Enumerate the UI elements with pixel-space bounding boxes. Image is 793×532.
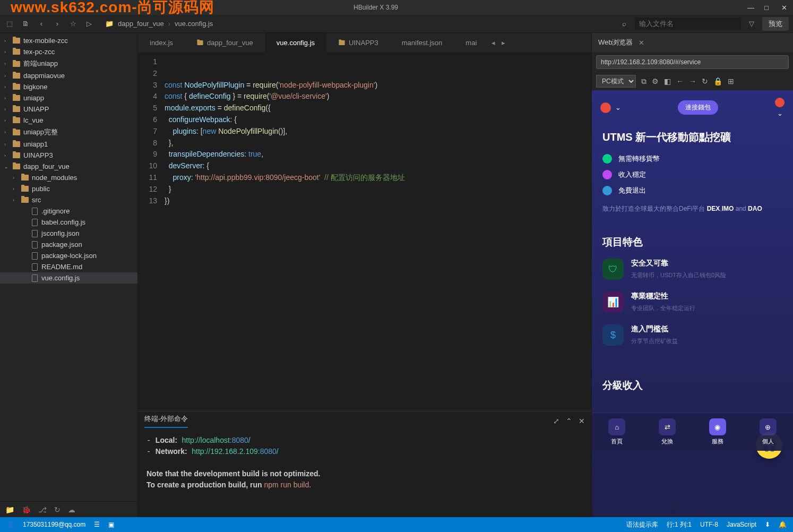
new-window-icon[interactable]: ⧉ [641,77,647,86]
terminal-output[interactable]: - Local: http://localhost:8080/ - Networ… [138,431,591,517]
tree-item[interactable]: ›前端uniapp [0,57,137,70]
breadcrumb-folder[interactable]: dapp_four_vue [118,20,164,28]
preview-viewport[interactable]: ⌄ 連接錢包 ⌄ UTMS 新一代移動節點挖礦 無需轉移貨幣 收入穩定 免費退出… [592,90,793,517]
branch-icon[interactable]: ⎇ [38,505,47,514]
nav-service[interactable]: ◉服務 [709,418,726,445]
tree-item[interactable]: ›bigkone [0,81,137,92]
reload-icon[interactable]: ↻ [702,77,708,85]
nav-exchange[interactable]: ⇄兌換 [659,418,676,445]
status-user[interactable]: 1735031199@qq.com [23,521,85,528]
browser-tab-label[interactable]: Web浏览器 [598,38,633,47]
flag-icon[interactable] [775,98,785,107]
folder-icon: 📁 [105,20,114,28]
app-title: HBuilder X 3.99 [4,4,747,11]
status-syntax[interactable]: 语法提示库 [626,520,658,529]
titlebar: HBuilder X 3.99 — □ ✕ [0,0,793,15]
profile-icon: ⊕ [760,418,777,435]
tree-item[interactable]: ›uniapp完整 [0,126,137,139]
back-icon[interactable]: ‹ [36,19,47,29]
filter-icon[interactable]: ▽ [746,19,757,29]
editor-tab[interactable]: manifest.json [390,33,454,52]
terminal-expand-icon[interactable]: ⤢ [553,417,559,425]
terminal-panel: 终端-外部命令 ⤢ ⌃ ✕ - Local: http://localhost:… [138,411,591,517]
tree-item[interactable]: ⌄dapp_four_vue [0,161,137,172]
bug-icon[interactable]: 🐞 [22,505,31,514]
exchange-icon: ⇄ [659,418,676,435]
nav-back-icon[interactable]: ← [676,77,684,85]
tree-item[interactable]: ›dappmiaovue [0,70,137,81]
tree-item[interactable]: package.json [0,239,137,250]
file-search-input[interactable] [635,18,741,30]
bell-icon[interactable]: 🔔 [779,521,787,528]
dot-icon [602,170,612,179]
tree-item[interactable]: ›node_modules [0,172,137,183]
tree-item[interactable]: ›tex-mobile-zcc [0,35,137,46]
token-icon[interactable] [600,102,611,113]
tree-item[interactable]: .gitignore [0,205,137,217]
terminal-close-icon[interactable]: ✕ [579,417,585,425]
chevron-down-icon[interactable]: ⌄ [615,104,621,111]
settings-icon[interactable]: ⚙ [652,77,659,85]
hero-title: UTMS 新一代移動節點挖礦 [602,130,782,144]
tree-item[interactable]: ›uniapp [0,92,137,104]
grid-icon[interactable]: ⊞ [728,77,734,85]
tab-prev-icon[interactable]: ◂ [488,39,498,47]
preview-button[interactable]: 预览 [762,17,789,31]
forward-icon[interactable]: › [52,19,63,29]
editor-tab[interactable]: index.js [138,33,185,52]
connect-wallet-button[interactable]: 連接錢包 [678,100,718,115]
maximize-button[interactable]: □ [764,4,772,11]
tree-item[interactable]: ›uniapp1 [0,139,137,150]
breadcrumb-file[interactable]: vue.config.js [175,20,213,28]
status-position[interactable]: 行:1 列:1 [667,520,692,529]
nav-forward-icon[interactable]: → [689,77,696,85]
tree-item[interactable]: ›UNIAPP [0,104,137,115]
url-input[interactable] [596,55,789,69]
run-icon[interactable]: ▷ [84,19,94,29]
devtools-icon[interactable]: ◧ [664,77,671,85]
tree-item[interactable]: ›public [0,183,137,194]
tree-item[interactable]: jsconfig.json [0,228,137,239]
terminal-title[interactable]: 终端-外部命令 [144,414,188,428]
tree-item[interactable]: README.md [0,261,137,272]
tree-item[interactable]: ›lc_vue [0,115,137,126]
toolbar: ⬚ 🗎 ‹ › ☆ ▷ 📁 dapp_four_vue › vue.config… [0,15,793,33]
statusbar: 👤 1735031199@qq.com ☰ ▣ 语法提示库 行:1 列:1 UT… [0,517,793,532]
editor-tab[interactable]: UINAPP3 [326,33,390,52]
terminal-up-icon[interactable]: ⌃ [566,417,572,425]
terminal-icon[interactable]: ▣ [108,521,114,528]
explorer-icon[interactable]: 📁 [5,505,14,514]
search-icon[interactable]: ⌕ [619,19,630,29]
list-icon[interactable]: ☰ [94,521,100,528]
code-editor[interactable]: 12345678910111213 const NodePolyfillPlug… [138,52,591,411]
status-language[interactable]: JavaScript [727,521,756,528]
tree-item[interactable]: ›tex-pc-zcc [0,46,137,57]
layout-icon[interactable]: ⬚ [4,19,15,29]
lock-icon[interactable]: 🔒 [713,77,722,85]
code-content[interactable]: const NodePolyfillPlugin = require('node… [165,52,405,411]
dot-icon [602,186,612,195]
tree-item[interactable]: babel.config.js [0,217,137,228]
browser-tab-close-icon[interactable]: ✕ [639,39,644,47]
nav-profile[interactable]: ⊕個人 [760,418,777,445]
editor-tab[interactable]: dapp_four_vue [185,33,265,52]
close-button[interactable]: ✕ [781,4,789,11]
tab-next-icon[interactable]: ▸ [498,39,508,47]
star-icon[interactable]: ☆ [68,19,79,29]
tree-item[interactable]: package-lock.json [0,250,137,261]
status-encoding[interactable]: UTF-8 [700,521,718,528]
editor-tab[interactable]: vue.config.js [265,33,326,52]
tree-item[interactable]: vue.config.js [0,272,137,284]
tree-item[interactable]: ›UINAPP3 [0,150,137,161]
download-icon[interactable]: ⬇ [765,521,770,528]
sync-icon[interactable]: ↻ [54,505,61,514]
file-icon[interactable]: 🗎 [20,19,31,29]
mode-select[interactable]: PC模式 [596,75,636,88]
file-tree: ›tex-mobile-zcc›tex-pc-zcc›前端uniapp›dapp… [0,33,137,501]
lang-chevron-icon[interactable]: ⌄ [777,109,783,117]
cloud-icon[interactable]: ☁ [68,505,75,514]
editor-tab[interactable]: mai [454,33,488,52]
minimize-button[interactable]: — [747,4,755,11]
nav-home[interactable]: ⌂首頁 [608,418,625,445]
tree-item[interactable]: ›src [0,194,137,205]
